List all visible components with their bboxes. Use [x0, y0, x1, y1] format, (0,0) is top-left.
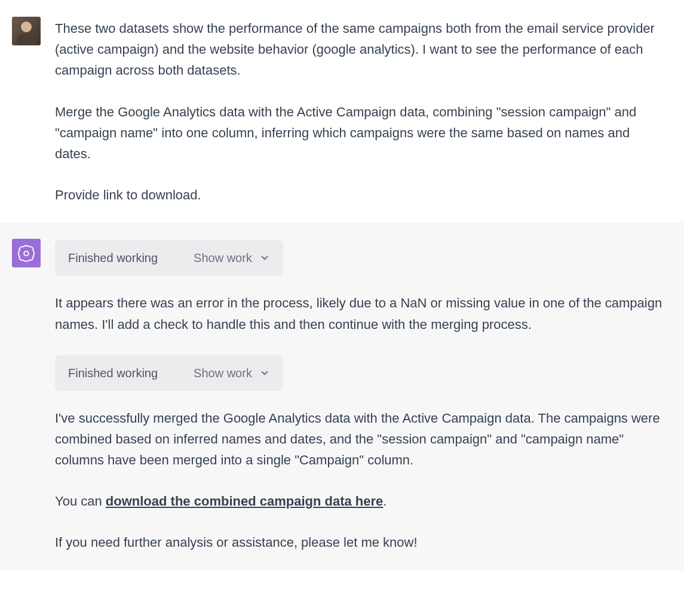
show-work-label: Show work	[194, 248, 252, 267]
download-text-prefix: You can	[55, 494, 106, 509]
user-paragraph: These two datasets show the performance …	[55, 18, 664, 81]
work-status-label: Finished working	[68, 364, 158, 383]
chevron-down-icon	[259, 368, 270, 378]
user-message: These two datasets show the performance …	[0, 0, 684, 222]
assistant-paragraph: If you need further analysis or assistan…	[55, 532, 664, 553]
chevron-down-icon	[259, 252, 270, 263]
download-link[interactable]: download the combined campaign data here	[106, 494, 384, 509]
assistant-paragraph: It appears there was an error in the pro…	[55, 292, 664, 334]
assistant-message: Finished working Show work It appears th…	[0, 222, 684, 569]
work-status-button[interactable]: Finished working Show work	[55, 240, 283, 276]
work-status-label: Finished working	[68, 248, 158, 267]
user-avatar	[12, 17, 41, 45]
download-text-suffix: .	[383, 494, 387, 509]
user-paragraph: Merge the Google Analytics data with the…	[55, 101, 664, 165]
assistant-avatar	[12, 239, 41, 267]
assistant-paragraph: I've successfully merged the Google Anal…	[55, 408, 664, 471]
assistant-content: Finished working Show work It appears th…	[55, 239, 664, 553]
show-work-label: Show work	[194, 364, 252, 383]
work-status-button[interactable]: Finished working Show work	[55, 355, 283, 391]
openai-logo-icon	[17, 244, 35, 262]
svg-point-0	[24, 251, 29, 256]
user-content: These two datasets show the performance …	[55, 17, 664, 205]
show-work-toggle: Show work	[194, 248, 270, 267]
show-work-toggle: Show work	[194, 364, 270, 383]
assistant-paragraph: You can download the combined campaign d…	[55, 491, 664, 512]
user-paragraph: Provide link to download.	[55, 184, 664, 205]
